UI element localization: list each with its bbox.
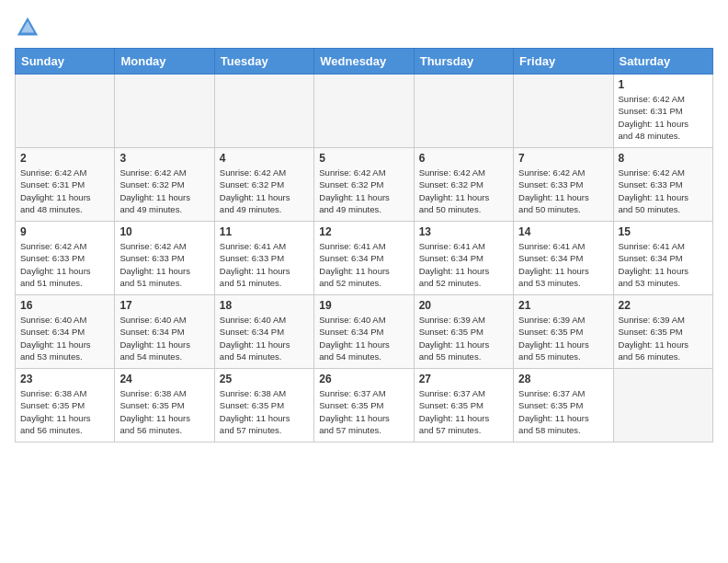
day-info: Sunrise: 6:40 AMSunset: 6:34 PMDaylight:… (20, 314, 109, 362)
table-row (514, 75, 613, 148)
day-number: 8 (619, 152, 708, 165)
day-number: 18 (220, 299, 309, 312)
day-number: 15 (619, 225, 708, 238)
day-info: Sunrise: 6:37 AMSunset: 6:35 PMDaylight:… (319, 387, 408, 436)
day-info: Sunrise: 6:42 AMSunset: 6:33 PMDaylight:… (119, 240, 209, 289)
day-number: 12 (319, 225, 408, 238)
table-row: 15Sunrise: 6:41 AMSunset: 6:34 PMDayligh… (613, 222, 712, 295)
calendar-body: 1Sunrise: 6:42 AMSunset: 6:31 PMDaylight… (16, 75, 713, 442)
day-info: Sunrise: 6:40 AMSunset: 6:34 PMDaylight:… (319, 314, 408, 362)
day-info: Sunrise: 6:42 AMSunset: 6:33 PMDaylight:… (518, 167, 608, 215)
day-number: 5 (319, 152, 408, 165)
table-row: 10Sunrise: 6:42 AMSunset: 6:33 PMDayligh… (115, 222, 214, 295)
table-row (314, 75, 414, 148)
day-info: Sunrise: 6:42 AMSunset: 6:32 PMDaylight:… (119, 167, 209, 215)
table-row (214, 75, 313, 148)
table-row: 26Sunrise: 6:37 AMSunset: 6:35 PMDayligh… (314, 369, 414, 442)
day-number: 1 (619, 78, 708, 91)
day-number: 23 (20, 373, 109, 385)
table-row: 14Sunrise: 6:41 AMSunset: 6:34 PMDayligh… (514, 222, 613, 295)
table-row (613, 369, 712, 442)
day-number: 2 (20, 152, 109, 165)
table-row: 2Sunrise: 6:42 AMSunset: 6:31 PMDaylight… (16, 148, 115, 222)
day-info: Sunrise: 6:41 AMSunset: 6:34 PMDaylight:… (619, 240, 708, 289)
day-number: 4 (220, 152, 309, 165)
weekday-tuesday: Tuesday (214, 49, 313, 75)
day-info: Sunrise: 6:40 AMSunset: 6:34 PMDaylight:… (119, 314, 209, 362)
day-info: Sunrise: 6:37 AMSunset: 6:35 PMDaylight:… (419, 387, 508, 436)
day-number: 6 (419, 152, 508, 165)
weekday-sunday: Sunday (16, 49, 115, 75)
day-number: 13 (419, 225, 508, 238)
day-number: 14 (518, 225, 608, 238)
page-header (15, 15, 713, 40)
table-row (16, 75, 115, 148)
day-number: 19 (319, 299, 408, 312)
day-info: Sunrise: 6:42 AMSunset: 6:31 PMDaylight:… (20, 167, 109, 215)
weekday-monday: Monday (115, 49, 214, 75)
table-row: 28Sunrise: 6:37 AMSunset: 6:35 PMDayligh… (514, 369, 613, 442)
weekday-wednesday: Wednesday (314, 49, 414, 75)
table-row: 18Sunrise: 6:40 AMSunset: 6:34 PMDayligh… (214, 295, 313, 369)
weekday-thursday: Thursday (414, 49, 513, 75)
day-info: Sunrise: 6:42 AMSunset: 6:32 PMDaylight:… (220, 167, 309, 215)
day-info: Sunrise: 6:39 AMSunset: 6:35 PMDaylight:… (518, 314, 608, 362)
day-info: Sunrise: 6:37 AMSunset: 6:35 PMDaylight:… (518, 387, 608, 436)
table-row: 23Sunrise: 6:38 AMSunset: 6:35 PMDayligh… (16, 369, 115, 442)
table-row: 27Sunrise: 6:37 AMSunset: 6:35 PMDayligh… (414, 369, 513, 442)
day-number: 24 (119, 373, 209, 385)
table-row: 19Sunrise: 6:40 AMSunset: 6:34 PMDayligh… (314, 295, 414, 369)
table-row: 24Sunrise: 6:38 AMSunset: 6:35 PMDayligh… (115, 369, 214, 442)
week-row-5: 23Sunrise: 6:38 AMSunset: 6:35 PMDayligh… (16, 369, 713, 442)
table-row: 9Sunrise: 6:42 AMSunset: 6:33 PMDaylight… (16, 222, 115, 295)
day-info: Sunrise: 6:41 AMSunset: 6:34 PMDaylight:… (319, 240, 408, 289)
day-number: 3 (119, 152, 209, 165)
day-info: Sunrise: 6:41 AMSunset: 6:33 PMDaylight:… (220, 240, 309, 289)
weekday-header-row: SundayMondayTuesdayWednesdayThursdayFrid… (16, 49, 713, 75)
table-row: 3Sunrise: 6:42 AMSunset: 6:32 PMDaylight… (115, 148, 214, 222)
table-row: 17Sunrise: 6:40 AMSunset: 6:34 PMDayligh… (115, 295, 214, 369)
day-number: 21 (518, 299, 608, 312)
calendar-table: SundayMondayTuesdayWednesdayThursdayFrid… (15, 48, 713, 442)
table-row: 11Sunrise: 6:41 AMSunset: 6:33 PMDayligh… (214, 222, 313, 295)
day-info: Sunrise: 6:38 AMSunset: 6:35 PMDaylight:… (20, 387, 109, 436)
day-number: 25 (220, 373, 309, 385)
day-info: Sunrise: 6:41 AMSunset: 6:34 PMDaylight:… (518, 240, 608, 289)
table-row (115, 75, 214, 148)
day-number: 10 (119, 225, 209, 238)
day-number: 17 (119, 299, 209, 312)
week-row-1: 1Sunrise: 6:42 AMSunset: 6:31 PMDaylight… (16, 75, 713, 148)
day-info: Sunrise: 6:42 AMSunset: 6:31 PMDaylight:… (619, 93, 708, 142)
day-info: Sunrise: 6:39 AMSunset: 6:35 PMDaylight:… (619, 314, 708, 362)
weekday-friday: Friday (514, 49, 613, 75)
day-number: 27 (419, 373, 508, 385)
table-row: 12Sunrise: 6:41 AMSunset: 6:34 PMDayligh… (314, 222, 414, 295)
week-row-4: 16Sunrise: 6:40 AMSunset: 6:34 PMDayligh… (16, 295, 713, 369)
day-number: 11 (220, 225, 309, 238)
table-row: 25Sunrise: 6:38 AMSunset: 6:35 PMDayligh… (214, 369, 313, 442)
day-info: Sunrise: 6:38 AMSunset: 6:35 PMDaylight:… (220, 387, 309, 436)
logo-icon (15, 15, 40, 40)
table-row: 20Sunrise: 6:39 AMSunset: 6:35 PMDayligh… (414, 295, 513, 369)
weekday-saturday: Saturday (613, 49, 712, 75)
day-info: Sunrise: 6:42 AMSunset: 6:32 PMDaylight:… (319, 167, 408, 215)
day-info: Sunrise: 6:40 AMSunset: 6:34 PMDaylight:… (220, 314, 309, 362)
logo (15, 15, 44, 40)
table-row: 8Sunrise: 6:42 AMSunset: 6:33 PMDaylight… (613, 148, 712, 222)
table-row: 16Sunrise: 6:40 AMSunset: 6:34 PMDayligh… (16, 295, 115, 369)
day-number: 9 (20, 225, 109, 238)
day-info: Sunrise: 6:38 AMSunset: 6:35 PMDaylight:… (119, 387, 209, 436)
calendar-header: SundayMondayTuesdayWednesdayThursdayFrid… (16, 49, 713, 75)
week-row-3: 9Sunrise: 6:42 AMSunset: 6:33 PMDaylight… (16, 222, 713, 295)
table-row: 1Sunrise: 6:42 AMSunset: 6:31 PMDaylight… (613, 75, 712, 148)
table-row: 13Sunrise: 6:41 AMSunset: 6:34 PMDayligh… (414, 222, 513, 295)
table-row: 21Sunrise: 6:39 AMSunset: 6:35 PMDayligh… (514, 295, 613, 369)
day-number: 16 (20, 299, 109, 312)
day-info: Sunrise: 6:42 AMSunset: 6:33 PMDaylight:… (619, 167, 708, 215)
day-number: 7 (518, 152, 608, 165)
table-row: 22Sunrise: 6:39 AMSunset: 6:35 PMDayligh… (613, 295, 712, 369)
table-row: 5Sunrise: 6:42 AMSunset: 6:32 PMDaylight… (314, 148, 414, 222)
day-number: 22 (619, 299, 708, 312)
day-info: Sunrise: 6:41 AMSunset: 6:34 PMDaylight:… (419, 240, 508, 289)
table-row: 6Sunrise: 6:42 AMSunset: 6:32 PMDaylight… (414, 148, 513, 222)
